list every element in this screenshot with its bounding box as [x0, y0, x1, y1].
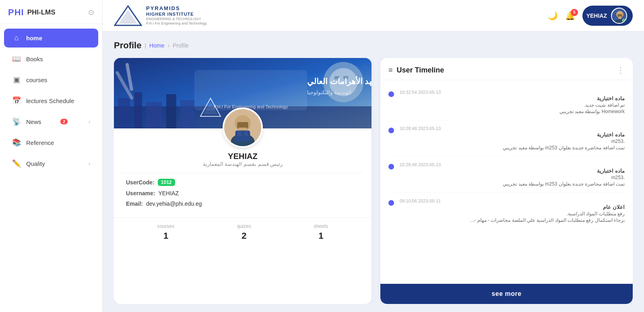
timeline-content-0: 10:32:54 2023-05-13ماده اختباريةتم اضافة… — [400, 90, 625, 114]
sidebar-label-home: home — [26, 35, 42, 41]
sidebar-item-lectures[interactable]: 📅lectures Schedule — [4, 91, 98, 110]
timeline-detail2-2: تمت اضافة محاضرة جديدة بعلوان m253 بواسط… — [400, 181, 625, 187]
quality-icon: ✏️ — [12, 159, 21, 168]
username-label: Username: — [126, 190, 155, 196]
svg-text:للهندسة والتكنولوجيا: للهندسة والتكنولوجيا — [307, 89, 351, 96]
sidebar-item-home[interactable]: ⌂home — [4, 29, 98, 48]
timeline-content-3: 09:10:06 2023-05-11اعلان عامرفع متطلبات … — [400, 198, 625, 223]
stat-label-courses: courses — [157, 223, 174, 229]
logo-top: PYRAMIDS — [146, 5, 207, 12]
see-more-button[interactable]: see more — [380, 284, 633, 304]
email-value: dev.yehia@phi.edu.eg — [146, 200, 202, 207]
timeline-dot-1 — [388, 128, 394, 133]
logo-mid: HIGHER INSTITUTE — [146, 12, 207, 17]
timeline-detail2-1: تمت اضافة محاضرة جديدة بعلوان m253 بواسط… — [400, 145, 625, 151]
profile-divider — [122, 173, 363, 173]
timeline-detail1-3: رفع متطلبات المواد الدراسية. — [400, 211, 625, 217]
timeline-dot-3 — [388, 200, 394, 206]
timeline-subject-0: ماده اختبارية — [400, 95, 625, 101]
svg-marker-1 — [119, 10, 137, 24]
timeline-detail2-0: Homework بواسطة معيد تجريبي — [400, 109, 625, 114]
content-area: Profile | Home › Profile — [103, 31, 644, 312]
timeline-detail2-3: برجاء استكمال رفع متطلبات المواد الدراسي… — [400, 217, 625, 223]
content-grid: معهد الأهرامات العالي للهندسة والتكنولوج… — [114, 58, 633, 304]
logo-phi: P.H.I For Engineering and Technology — [146, 21, 207, 26]
notification-badge: 5 — [571, 9, 578, 16]
home-icon: ⌂ — [12, 34, 21, 42]
svg-rect-7 — [618, 17, 621, 19]
stat-label-quizes: quizes — [237, 223, 251, 229]
profile-role: رئيس قسم بقسم الهندسة المعمارية — [114, 161, 372, 167]
stat-quizes: quizes2 — [237, 223, 251, 241]
sidebar-item-courses[interactable]: ▣courses — [4, 70, 98, 89]
nav-badge-news: 2 — [60, 119, 68, 124]
settings-icon[interactable]: ⊙ — [88, 8, 94, 17]
user-chip-name: YEHIAZ — [586, 12, 607, 19]
breadcrumb-current: Profile — [173, 42, 189, 49]
sidebar-label-reference: Reference — [26, 139, 54, 146]
timeline-menu-icon: ≡ — [388, 66, 393, 74]
sidebar-item-quality[interactable]: ✏️Quality› — [4, 154, 98, 173]
profile-stats: courses1quizes2sheets1 — [114, 217, 372, 249]
logo-text: PYRAMIDS HIGHER INSTITUTE ENGINEERING & … — [146, 5, 207, 25]
nav-arrow-news: › — [89, 119, 90, 125]
timeline-card: ≡ User Timeline ⋮ 10:32:54 2023-05-13ماد… — [380, 58, 633, 304]
svg-rect-33 — [237, 130, 241, 136]
logo-svg — [114, 4, 142, 27]
books-icon: 📖 — [12, 54, 21, 63]
lectures-icon: 📅 — [12, 96, 21, 105]
usercode-label: UserCode: — [126, 179, 155, 186]
sidebar-lms-label: PHI-LMS — [27, 8, 56, 17]
timeline-timestamp-2: 10:28:48 2023-05-13 — [400, 162, 625, 167]
logo-eng: ENGINEERING & TECHNOLOGY — [146, 17, 207, 21]
sidebar-label-courses: courses — [26, 76, 47, 83]
page-title: Profile — [114, 40, 141, 51]
topbar-logo: PYRAMIDS HIGHER INSTITUTE ENGINEERING & … — [114, 4, 207, 27]
sidebar-label-quality: Quality — [26, 160, 45, 167]
usercode-value: 1012 — [158, 179, 175, 186]
svg-rect-32 — [235, 130, 250, 142]
stat-value-courses: 1 — [157, 231, 174, 241]
email-row: Email: dev.yehia@phi.edu.eg — [126, 200, 359, 207]
timeline-dot-2 — [388, 164, 394, 169]
profile-card: معهد الأهرامات العالي للهندسة والتكنولوج… — [114, 58, 372, 304]
sidebar-item-books[interactable]: 📖Books — [4, 49, 98, 68]
notifications-button[interactable]: 🔔 5 — [565, 11, 575, 21]
user-avatar — [611, 8, 627, 24]
stat-value-sheets: 1 — [314, 231, 328, 241]
theme-toggle-icon[interactable]: 🌙 — [548, 11, 558, 21]
timeline-item-3: 09:10:06 2023-05-11اعلان عامرفع متطلبات … — [388, 193, 625, 229]
timeline-subject-3: اعلان عام — [400, 204, 625, 210]
sidebar-item-reference[interactable]: 📚Reference — [4, 133, 98, 152]
main-content: PYRAMIDS HIGHER INSTITUTE ENGINEERING & … — [103, 0, 644, 312]
timeline-item-0: 10:32:54 2023-05-13ماده اختباريةتم اضافة… — [388, 84, 625, 120]
reference-icon: 📚 — [12, 138, 21, 147]
timeline-options-icon[interactable]: ⋮ — [617, 65, 625, 75]
timeline-item-2: 10:28:48 2023-05-13ماده اختبارية.m253تمت… — [388, 157, 625, 193]
profile-avatar — [223, 107, 263, 148]
news-icon: 📡 — [12, 117, 21, 126]
sidebar-nav: ⌂home📖Books▣courses📅lectures Schedule📡Ne… — [0, 24, 102, 312]
user-chip[interactable]: YEHIAZ — [582, 6, 633, 26]
timeline-item-1: 10:28:48 2023-05-13ماده اختبارية.m253تمت… — [388, 120, 625, 157]
email-label: Email: — [126, 200, 143, 207]
profile-avatar-wrap — [114, 107, 372, 148]
timeline-footer: see more — [380, 284, 633, 304]
stat-label-sheets: sheets — [314, 223, 328, 229]
sidebar-label-news: News — [26, 118, 41, 125]
svg-rect-34 — [244, 130, 248, 136]
sidebar-item-news[interactable]: 📡News2› — [4, 112, 98, 131]
online-indicator — [622, 19, 626, 23]
timeline-detail1-0: تم اضافة شيت جديد. — [400, 102, 625, 108]
timeline-subject-1: ماده اختبارية — [400, 132, 625, 138]
sidebar-label-lectures: lectures Schedule — [26, 97, 74, 104]
stat-value-quizes: 2 — [237, 231, 251, 241]
sidebar-header: PHI PHI-LMS ⊙ — [0, 0, 102, 24]
timeline-body: 10:32:54 2023-05-13ماده اختباريةتم اضافة… — [380, 80, 633, 284]
timeline-content-2: 10:28:48 2023-05-13ماده اختبارية.m253تمت… — [400, 162, 625, 187]
sidebar: PHI PHI-LMS ⊙ ⌂home📖Books▣courses📅lectur… — [0, 0, 103, 312]
breadcrumb-home[interactable]: Home — [149, 42, 164, 49]
profile-avatar-svg — [224, 107, 261, 148]
timeline-header: ≡ User Timeline ⋮ — [380, 58, 633, 80]
timeline-content-1: 10:28:48 2023-05-13ماده اختبارية.m253تمت… — [400, 126, 625, 151]
